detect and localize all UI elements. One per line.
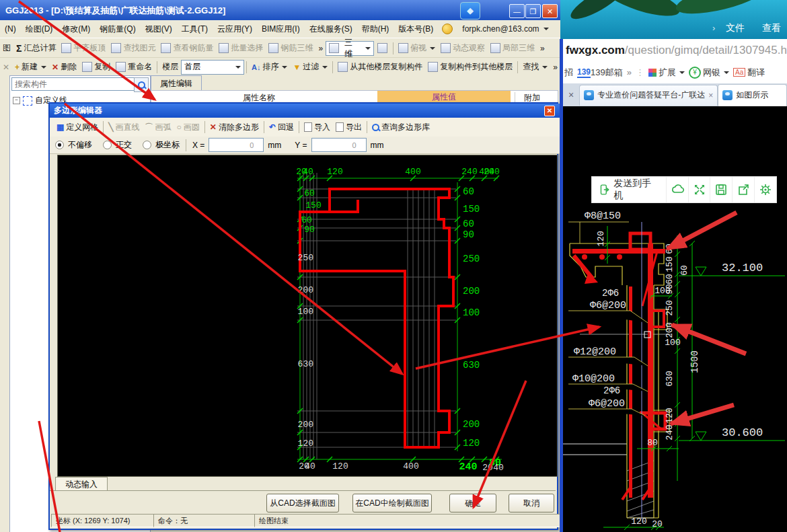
floor-combo[interactable]: 首层: [181, 60, 244, 75]
toolbar-overflow-2[interactable]: »: [537, 42, 548, 54]
tab-as-shown[interactable]: 如图所示: [718, 84, 787, 106]
share-button[interactable]: [733, 177, 755, 202]
cancel-button[interactable]: 取消: [509, 494, 554, 512]
bank-button[interactable]: ¥网银: [689, 67, 729, 79]
select-from-cad-button[interactable]: 从CAD选择截面图: [266, 494, 339, 512]
define-grid-label: 定义网格: [66, 122, 98, 133]
copy-to-floor-button[interactable]: 复制构件到其他楼层: [425, 60, 515, 74]
copy-button[interactable]: 复制: [79, 60, 113, 74]
view-mode-combo[interactable]: 三维: [326, 41, 374, 56]
export-button[interactable]: 导出: [333, 120, 365, 135]
ok-button[interactable]: 确定: [449, 494, 496, 512]
menu-rebar-qty[interactable]: 钢筋量(Q): [95, 22, 140, 37]
tab-dynamic-input[interactable]: 动态输入: [55, 477, 108, 491]
x-input[interactable]: [209, 138, 264, 152]
new-button[interactable]: +新建: [12, 60, 49, 74]
menu-bim[interactable]: BIM应用(I): [257, 22, 305, 37]
divider: [157, 61, 157, 73]
save-button[interactable]: [710, 177, 733, 202]
menu-draw[interactable]: 绘图(D): [21, 22, 58, 37]
dim-right: 90: [463, 229, 474, 240]
radio-polar[interactable]: [143, 141, 151, 149]
copy-from-floor-button[interactable]: 从其他楼层复制构件: [335, 60, 425, 74]
menu-cloud[interactable]: 云应用(Y): [213, 22, 257, 37]
bookmark-139-mail[interactable]: 139139邮箱: [577, 67, 623, 79]
x-icon: ✕: [52, 63, 59, 72]
ggj-window: GGJ2013 - [D:\预结算及抽筋\广联达抽筋\测试-2.GGJ12] ◆…: [0, 0, 560, 532]
align-slab-button[interactable]: 平齐板顶: [59, 41, 108, 55]
restore-button[interactable]: ❐: [525, 4, 541, 18]
toolbar-overflow-3[interactable]: »: [550, 61, 560, 73]
menu-view[interactable]: 视图(V): [141, 22, 177, 37]
tab-close-icon[interactable]: ×: [708, 91, 713, 100]
sort-button[interactable]: A↓排序: [249, 60, 290, 74]
menu-partial[interactable]: (N): [0, 22, 21, 36]
menu-help[interactable]: 帮助(H): [357, 22, 394, 37]
menu-modify[interactable]: 修改(M): [57, 22, 95, 37]
undo-label: 回退: [278, 122, 294, 133]
radio-no-offset[interactable]: [55, 141, 64, 149]
view-rebar-button[interactable]: 查看钢筋量: [158, 41, 216, 55]
minimize-button[interactable]: —: [509, 4, 525, 18]
bookmarks-overflow[interactable]: »: [627, 67, 632, 77]
filter-button[interactable]: ▼过滤: [290, 60, 330, 74]
browser-menu-chevron[interactable]: ›: [712, 23, 715, 33]
settings-button[interactable]: [755, 177, 776, 202]
dialog-titlebar[interactable]: 多边形编辑器 ✕: [50, 104, 560, 118]
summarize-button[interactable]: Σ汇总计算: [13, 41, 59, 55]
local-3d-button[interactable]: 局部三维: [488, 41, 537, 55]
browser-menu-view[interactable]: 查看: [762, 22, 781, 34]
browser-menu-file[interactable]: 文件: [726, 22, 745, 34]
fullscreen-button[interactable]: [689, 177, 711, 202]
draw-in-cad-button[interactable]: 在CAD中绘制截面图: [352, 494, 432, 512]
define-grid-button[interactable]: ▦定义网格: [54, 120, 101, 135]
cloud-button[interactable]: [667, 177, 689, 202]
tree-collapse-icon[interactable]: −: [13, 97, 20, 104]
tray-icon[interactable]: ◆: [460, 2, 480, 20]
extensions-button[interactable]: 扩展: [648, 67, 685, 79]
menu-version[interactable]: 版本号(B): [394, 22, 438, 37]
detail-drawing: Φ8@150 2Φ6 Φ6@200 Φ12@200 Φ10@200 2Φ6 Φ6…: [563, 202, 787, 532]
batch-select-button[interactable]: 批量选择: [216, 41, 266, 55]
find-element-button[interactable]: 查找图元: [108, 41, 158, 55]
rebar-label: 2Φ6: [602, 288, 619, 299]
save-icon: [714, 183, 728, 196]
search-button[interactable]: [134, 77, 149, 92]
hidden-tab-close[interactable]: ×: [563, 89, 579, 100]
polygon-canvas[interactable]: 20 40 120 400 240 40 20 40 60 150 60: [57, 155, 558, 477]
draw-circle-button[interactable]: ○画圆: [174, 120, 202, 135]
translate-button[interactable]: Aa翻译: [733, 67, 765, 79]
toolbar-overflow-1[interactable]: »: [315, 42, 326, 54]
rename-button[interactable]: 重命名: [113, 60, 155, 74]
address-bar[interactable]: fwxgx.com /question/gimq/detail/1307945.…: [563, 39, 787, 62]
find-button[interactable]: 查找: [520, 60, 550, 74]
menu-tools[interactable]: 工具(T): [177, 22, 213, 37]
panel-close-icon[interactable]: ✕: [0, 61, 12, 73]
import-button[interactable]: 导入: [301, 120, 333, 135]
send-to-phone-button[interactable]: 发送到手机: [592, 177, 667, 202]
bookmark-partial[interactable]: 招: [564, 67, 573, 79]
custom-line-icon: [23, 96, 32, 106]
dialog-close-button[interactable]: ✕: [544, 106, 555, 116]
draw-arc-button[interactable]: ⌒画弧: [143, 120, 174, 135]
y-input[interactable]: [311, 138, 367, 152]
orbit-button[interactable]: 动态观察: [438, 41, 488, 55]
clear-polygon-button[interactable]: ✕清除多边形: [207, 120, 262, 135]
close-button[interactable]: ✕: [542, 4, 558, 18]
rebar-3d-button[interactable]: 钢筋三维: [266, 41, 315, 55]
draw-line-button[interactable]: ╲画直线: [106, 120, 142, 135]
y-label: Y =: [295, 141, 307, 150]
batch-select-icon: [219, 43, 229, 53]
toolbar-partial-label[interactable]: 图: [0, 41, 13, 55]
delete-button[interactable]: ✕删除: [49, 60, 79, 74]
menu-online[interactable]: 在线服务(S): [305, 22, 357, 37]
radio-ortho[interactable]: [103, 141, 112, 149]
query-library-button[interactable]: 查询多边形库: [369, 120, 433, 135]
undo-button[interactable]: ↶回退: [266, 120, 297, 135]
top-view-button[interactable]: 俯视: [396, 41, 438, 55]
account-selector[interactable]: forpk.chen@163.com: [462, 24, 548, 34]
cube-icon[interactable]: [377, 43, 387, 53]
tab-qa-platform[interactable]: 专业造价问题答疑平台-广联达 ×: [579, 85, 718, 106]
tab-property-edit[interactable]: 属性编辑: [151, 75, 202, 91]
search-input[interactable]: [11, 77, 135, 91]
